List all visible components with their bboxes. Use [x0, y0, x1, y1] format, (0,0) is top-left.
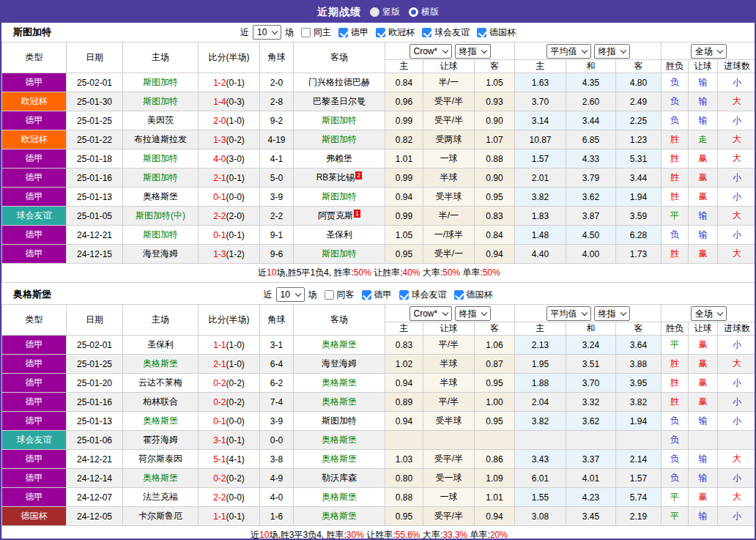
- match-scope-select[interactable]: 全场: [691, 306, 727, 321]
- summary-part: 50%: [483, 267, 500, 278]
- home-team-cell: 霍芬海姆: [123, 431, 199, 450]
- match-scope-select[interactable]: 全场: [691, 44, 727, 59]
- layout-option-horizontal[interactable]: 横版: [409, 6, 439, 18]
- corner-count-cell: 6-4: [260, 355, 294, 374]
- final-odds-select[interactable]: 终指: [594, 44, 630, 59]
- result-winloss-cell: 胜: [662, 355, 689, 374]
- match-date: 25-01-16: [67, 169, 123, 188]
- match-date: 25-01-25: [67, 111, 123, 130]
- away-team-name[interactable]: 奥格斯堡: [322, 377, 357, 388]
- home-team-name[interactable]: 荷尔斯泰因: [138, 454, 182, 464]
- home-team-name[interactable]: 斯图加特: [143, 172, 178, 182]
- handicap-odds-cell: 0.99: [385, 111, 423, 130]
- away-team-name[interactable]: 斯图加特: [322, 191, 357, 201]
- tables-root: 斯图加特近10场同主德甲欧冠杯球会友谊德国杯类型日期主场比分(半场)角球客场Cr…: [1, 23, 755, 540]
- league-checkbox[interactable]: [376, 28, 385, 37]
- handicap-odds-cell: 0.94: [385, 374, 423, 393]
- halftime-score: (4-1): [226, 454, 245, 465]
- league-checkbox[interactable]: [477, 28, 486, 37]
- same-venue-checkbox[interactable]: [301, 28, 311, 37]
- home-team-name[interactable]: 奥格斯堡: [143, 191, 178, 201]
- average-odds-cell: 3.82: [515, 412, 566, 431]
- fulltime-score: 1-1: [213, 511, 226, 522]
- home-team-name[interactable]: 美因茨: [147, 115, 174, 125]
- away-team-name[interactable]: 奥格斯堡: [322, 396, 357, 407]
- league-checkbox[interactable]: [399, 290, 409, 300]
- subcolumn-header: 主: [385, 322, 423, 336]
- score-cell: 4-0(3-0): [199, 149, 260, 169]
- results-table: 类型日期主场比分(半场)角球客场Crow*终指平均值终指全场主让球客主和客胜负让…: [1, 304, 756, 540]
- away-team-name[interactable]: 斯图加特: [322, 115, 357, 125]
- matches-suffix-label: 场: [308, 289, 317, 301]
- average-odds-select[interactable]: 平均值: [546, 44, 591, 59]
- away-team-name[interactable]: 圣保利: [326, 229, 352, 240]
- average-odds-select[interactable]: 平均值: [546, 306, 591, 321]
- summary-part: 50%: [442, 267, 460, 278]
- column-header: 比分(半场): [199, 305, 260, 336]
- result-goals-cell: 大: [718, 355, 756, 374]
- league-checkbox[interactable]: [422, 28, 431, 37]
- away-team-name[interactable]: 门兴格拉德巴赫: [308, 77, 370, 87]
- summary-cell: 近10场,胜5平1负4, 胜率:50% 让胜率:40% 大率:50% 单率:50…: [2, 264, 756, 283]
- home-team-name[interactable]: 奥格斯堡: [143, 473, 178, 483]
- home-team-name[interactable]: 法兰克福: [143, 492, 178, 502]
- away-team-name[interactable]: 斯图加特: [322, 134, 357, 144]
- home-team-name[interactable]: 斯图加特: [143, 229, 178, 240]
- home-team-name[interactable]: 海登海姆: [143, 248, 178, 259]
- home-team-name[interactable]: 卡尔斯鲁厄: [138, 511, 182, 521]
- home-team-name[interactable]: 圣保利: [147, 339, 174, 349]
- corner-count-cell: 4-1: [260, 149, 294, 169]
- home-team-name[interactable]: 霍芬海姆: [143, 434, 178, 445]
- subcolumn-header: 胜负: [662, 322, 689, 336]
- away-team-name[interactable]: 奥格斯堡: [322, 511, 357, 521]
- home-team-cell: 斯图加特: [123, 149, 199, 169]
- home-team-name[interactable]: 柏林联合: [143, 396, 178, 407]
- result-goals-cell: 小: [718, 507, 756, 526]
- match-date: 25-01-25: [67, 355, 123, 374]
- team-section-bar: 奥格斯堡近10场同客德甲球会友谊德国杯: [1, 285, 755, 304]
- away-team-name[interactable]: 阿贾克斯: [318, 210, 353, 221]
- away-team-name[interactable]: 斯图加特: [322, 248, 357, 259]
- handicap-odds-cell: 受半/一: [423, 245, 475, 264]
- final-odds-select[interactable]: 终指: [455, 306, 491, 321]
- bookmaker-select[interactable]: Crow*: [410, 44, 452, 59]
- home-team-name[interactable]: 斯图加特: [143, 96, 178, 106]
- final-odds-select[interactable]: 终指: [594, 306, 630, 321]
- away-team-name[interactable]: 奥格斯堡: [322, 454, 357, 464]
- page-title: 近期战绩: [317, 6, 361, 19]
- away-team-name[interactable]: 奥格斯堡: [322, 339, 357, 349]
- subcolumn-header: 让球: [689, 322, 718, 336]
- layout-option-vertical[interactable]: 竖版: [370, 6, 400, 18]
- away-team-name[interactable]: 斯图加特: [322, 415, 357, 426]
- league-checkbox[interactable]: [362, 290, 371, 300]
- corner-count-cell: 4-19: [260, 130, 294, 149]
- home-team-name[interactable]: 斯图加特: [143, 153, 178, 163]
- away-team-name[interactable]: RB莱比锡: [316, 172, 355, 182]
- average-odds-cell: 2.04: [515, 393, 566, 412]
- match-date: 24-12-07: [67, 488, 123, 507]
- home-team-name[interactable]: 奥格斯堡: [143, 415, 178, 426]
- recent-matches-select[interactable]: 10: [253, 25, 281, 40]
- final-odds-select[interactable]: 终指: [455, 44, 491, 59]
- same-venue-checkbox[interactable]: [325, 290, 334, 300]
- away-team-name[interactable]: 弗赖堡: [326, 153, 352, 163]
- away-team-name[interactable]: 奥格斯堡: [322, 434, 357, 445]
- subcolumn-header: 主: [515, 60, 566, 73]
- away-team-name[interactable]: 勒沃库森: [322, 473, 357, 483]
- home-team-name[interactable]: 布拉迪斯拉发: [134, 134, 187, 144]
- league-checkbox[interactable]: [454, 290, 464, 300]
- home-team-name[interactable]: 斯图加特(中): [136, 210, 185, 221]
- away-team-name[interactable]: 海登海姆: [322, 358, 357, 369]
- home-team-name[interactable]: 云达不莱梅: [138, 377, 182, 388]
- bookmaker-select[interactable]: Crow*: [410, 306, 452, 321]
- filter-controls: 近10场同客德甲球会友谊德国杯: [264, 287, 493, 302]
- league-checkbox[interactable]: [338, 28, 348, 37]
- halftime-score: (0-0): [226, 192, 245, 202]
- recent-matches-select[interactable]: 10: [276, 287, 305, 302]
- home-team-name[interactable]: 奥格斯堡: [143, 358, 178, 369]
- corner-count-cell: 6-2: [260, 374, 294, 393]
- away-team-name[interactable]: 巴黎圣日尔曼: [313, 96, 366, 106]
- home-team-name[interactable]: 斯图加特: [143, 77, 178, 87]
- away-team-name[interactable]: 奥格斯堡: [322, 492, 357, 502]
- match-row: 德甲24-12-07法兰克福2-2(0-0)4-0奥格斯堡0.88一球1.011…: [2, 488, 756, 507]
